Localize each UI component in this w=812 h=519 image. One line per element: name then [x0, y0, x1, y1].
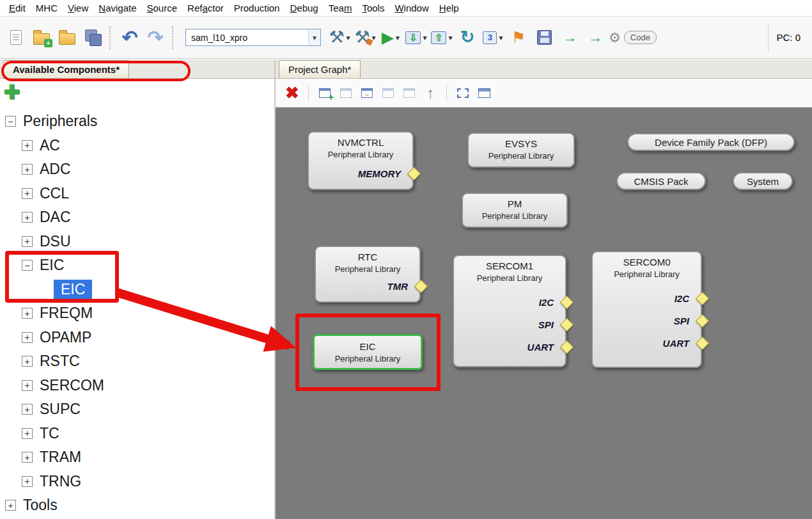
run-project-button[interactable]: ▶▾: [379, 23, 403, 52]
expand-icon[interactable]: [22, 236, 33, 247]
connection-diamond-icon[interactable]: [560, 318, 574, 331]
expand-icon[interactable]: [22, 188, 33, 199]
chevron-down-icon[interactable]: ▾: [448, 33, 452, 42]
expand-icon[interactable]: [22, 164, 33, 175]
expand-icon[interactable]: [22, 212, 33, 223]
menu-view[interactable]: View: [63, 1, 93, 15]
panel-splitter[interactable]: [274, 60, 276, 519]
menu-source[interactable]: Source: [142, 1, 183, 15]
chevron-down-icon[interactable]: ▾: [308, 29, 320, 45]
save-all-button[interactable]: [81, 23, 105, 52]
connection-diamond-icon[interactable]: [696, 337, 709, 350]
graph-node-sercom0[interactable]: SERCOM0 Peripheral Library I2C SPI UART: [591, 251, 702, 368]
tree-item-label[interactable]: EIC: [40, 257, 64, 274]
tree-item-label[interactable]: SERCOM: [40, 377, 104, 394]
connection-diamond-icon[interactable]: [560, 340, 574, 354]
expand-icon[interactable]: [22, 356, 33, 367]
tree-item-ccl[interactable]: CCL: [0, 182, 275, 206]
menu-help[interactable]: Help: [434, 1, 464, 15]
zoom-to-fit-button[interactable]: [454, 82, 472, 104]
tree-item-label[interactable]: TC: [40, 425, 59, 442]
graph-node-pm[interactable]: PM Peripheral Library: [462, 193, 568, 228]
expand-icon[interactable]: [5, 500, 16, 511]
menu-edit[interactable]: Edit: [4, 1, 31, 15]
graph-node-rtc[interactable]: RTC Peripheral Library TMR: [315, 246, 421, 303]
menu-production[interactable]: Production: [229, 1, 285, 15]
menu-mhc[interactable]: MHC: [31, 1, 63, 15]
tree-item-tc[interactable]: TC: [0, 422, 275, 446]
tree-item-supc[interactable]: SUPC: [0, 397, 275, 422]
connection-diamond-icon[interactable]: [696, 314, 709, 328]
tree-item-tools[interactable]: Tools: [0, 493, 275, 518]
connection-diamond-icon[interactable]: [414, 279, 428, 292]
tree-item-label-selected[interactable]: EIC: [54, 280, 92, 299]
graph-node-system[interactable]: System: [733, 172, 793, 190]
collapse-icon[interactable]: [22, 260, 33, 271]
tree-item-label[interactable]: SUPC: [40, 401, 81, 418]
tab-available-components[interactable]: Available Components*: [3, 60, 129, 78]
collapse-icon[interactable]: [5, 116, 16, 127]
undo-button[interactable]: ↶: [118, 23, 142, 52]
chevron-down-icon[interactable]: ▾: [499, 33, 503, 42]
menu-tools[interactable]: Tools: [357, 1, 389, 15]
tree-item-label[interactable]: ADC: [40, 161, 71, 178]
expand-icon[interactable]: [22, 452, 33, 463]
tree-item-eic-instance[interactable]: EIC: [0, 278, 275, 302]
menu-navigate[interactable]: Navigate: [93, 1, 141, 15]
tree-item-adc[interactable]: ADC: [0, 157, 275, 182]
generate-code-button[interactable]: ⚙Code: [609, 23, 657, 52]
tree-item-label[interactable]: TRNG: [40, 473, 81, 490]
tree-item-label[interactable]: OPAMP: [40, 329, 91, 346]
expand-icon[interactable]: [22, 308, 33, 319]
save-button[interactable]: [532, 23, 556, 52]
connection-diamond-icon[interactable]: [560, 296, 574, 309]
build-project-button[interactable]: ⚒▾: [327, 23, 352, 52]
graph-node-nvmctrl[interactable]: NVMCTRL Peripheral Library MEMORY: [308, 131, 414, 190]
chevron-down-icon[interactable]: ▾: [347, 33, 350, 42]
debug-tool-status-button[interactable]: 3▾: [481, 23, 505, 52]
expand-icon[interactable]: [22, 332, 33, 343]
delete-group-button[interactable]: [337, 82, 355, 104]
tree-item-peripherals[interactable]: Peripherals: [0, 109, 275, 134]
menu-refactor[interactable]: Refactor: [182, 1, 229, 15]
chevron-down-icon[interactable]: ▾: [423, 33, 426, 42]
tree-item-rstc[interactable]: RSTC: [0, 349, 275, 374]
remove-from-group-button[interactable]: [379, 82, 397, 104]
tree-item-label[interactable]: RSTC: [40, 353, 80, 370]
make-and-program-device-button[interactable]: ⇩▾: [404, 23, 428, 52]
tree-item-label[interactable]: DSU: [40, 233, 71, 250]
remove-component-button[interactable]: ✖: [283, 82, 301, 104]
create-group-button[interactable]: [316, 82, 334, 104]
read-device-memory-button[interactable]: ⇧▾: [430, 23, 454, 52]
redo-button[interactable]: ↷: [143, 23, 168, 52]
add-to-group-button[interactable]: [358, 82, 376, 104]
graph-node-eic[interactable]: EIC Peripheral Library: [313, 334, 423, 370]
tree-item-label[interactable]: AC: [40, 137, 60, 154]
expand-icon[interactable]: [22, 380, 33, 391]
view-overview-button[interactable]: [475, 82, 493, 104]
menu-debug[interactable]: Debug: [285, 1, 323, 15]
graph-node-evsys[interactable]: EVSYS Peripheral Library: [467, 132, 575, 168]
go-to-parent-group-button[interactable]: ↑: [421, 82, 439, 104]
add-component-button[interactable]: ✚: [3, 81, 20, 102]
tree-item-label[interactable]: TRAM: [40, 449, 81, 466]
tree-item-tram[interactable]: TRAM: [0, 445, 275, 470]
menu-window[interactable]: Window: [389, 1, 433, 15]
chevron-down-icon[interactable]: ▾: [396, 33, 400, 42]
connection-diamond-icon[interactable]: [696, 292, 709, 305]
tree-item-eic[interactable]: EIC: [0, 253, 275, 278]
tree-item-dac[interactable]: DAC: [0, 205, 275, 230]
clean-and-build-button[interactable]: ⚒▾: [353, 23, 377, 52]
expand-icon[interactable]: [22, 404, 33, 415]
bookmark-button[interactable]: ⚑: [506, 23, 531, 52]
project-graph-canvas[interactable]: NVMCTRL Peripheral Library MEMORY EVSYS …: [276, 108, 812, 519]
menu-team[interactable]: Team: [324, 1, 357, 15]
tree-item-label[interactable]: FREQM: [40, 305, 93, 322]
tree-item-label[interactable]: DAC: [40, 209, 71, 226]
tree-item-ac[interactable]: AC: [0, 134, 275, 158]
graph-node-sercom1[interactable]: SERCOM1 Peripheral Library I2C SPI UART: [453, 255, 566, 367]
tree-item-opamp[interactable]: OPAMP: [0, 326, 275, 350]
expand-icon[interactable]: [22, 476, 33, 487]
graph-node-device-family-pack[interactable]: Device Family Pack (DFP): [627, 133, 795, 151]
project-configuration-select[interactable]: sam_l10_xpro ▾: [185, 29, 321, 46]
